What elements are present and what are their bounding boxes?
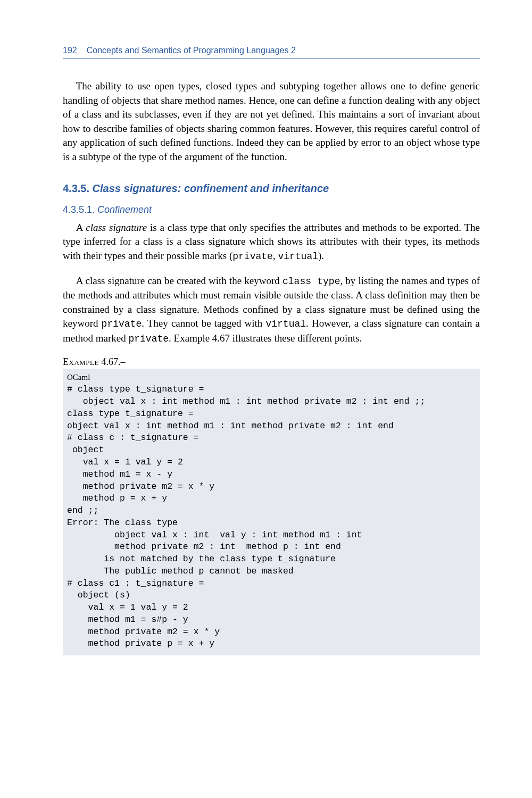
example-label: Example 4.67.– (63, 356, 480, 368)
confinement-para-2: A class signature can be created with th… (63, 274, 480, 346)
code-content: # class type t_signature = object val x … (67, 384, 425, 649)
code-language-label: OCaml (67, 372, 476, 383)
emphasis-class-signature: class signature (86, 222, 147, 233)
text-fragment: A (76, 222, 86, 233)
text-fragment: . They cannot be tagged with (142, 318, 265, 329)
intro-paragraph: The ability to use open types, closed ty… (63, 79, 480, 164)
subsection-title: Confinement (97, 204, 152, 215)
text-fragment: . Example 4.67 illustrates these differe… (169, 332, 362, 344)
code-block: OCaml# class type t_signature = object v… (63, 369, 480, 656)
code-private: private (102, 319, 142, 329)
section-title: Class signatures: confinement and inheri… (93, 182, 329, 194)
book-title: Concepts and Semantics of Programming La… (87, 46, 296, 55)
code-class-type: class type (282, 276, 340, 287)
subsection-heading: 4.3.5.1. Confinement (63, 204, 480, 215)
example-number: 4.67.– (99, 356, 126, 367)
page: 192 Concepts and Semantics of Programmin… (0, 0, 532, 798)
text-fragment: ). (318, 250, 324, 261)
text-fragment: A class signature can be created with th… (76, 275, 282, 286)
code-private: private (128, 334, 169, 344)
code-private: private (232, 251, 273, 262)
running-header: 192 Concepts and Semantics of Programmin… (63, 46, 480, 59)
section-heading: 4.3.5. Class signatures: confinement and… (63, 182, 480, 195)
section-number: 4.3.5. (63, 182, 89, 194)
text-fragment: , (273, 250, 278, 261)
code-virtual: virtual (278, 251, 318, 262)
subsection-number: 4.3.5.1. (63, 204, 95, 215)
code-virtual: virtual (265, 319, 306, 329)
page-number: 192 (63, 46, 77, 55)
confinement-para-1: A class signature is a class type that o… (63, 221, 480, 263)
example-word: Example (63, 356, 99, 367)
